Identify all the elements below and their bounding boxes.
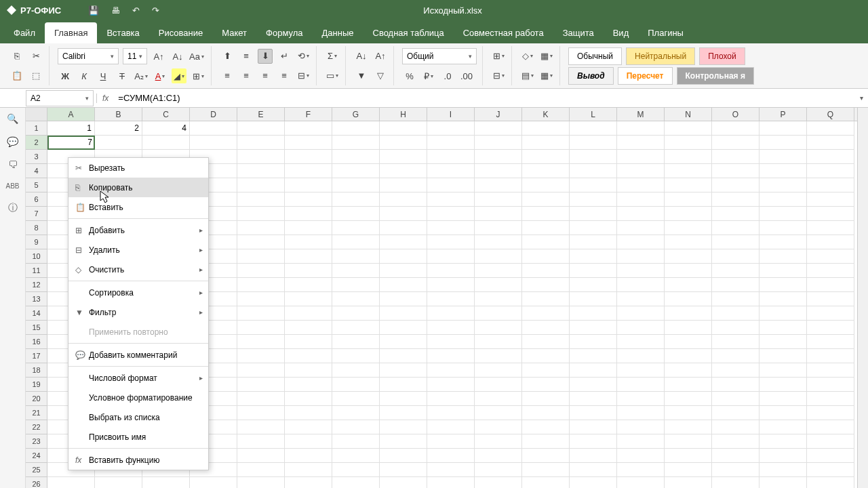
cell[interactable] [617, 449, 665, 463]
cell[interactable] [570, 434, 617, 449]
cell[interactable] [712, 249, 760, 264]
cell[interactable] [427, 221, 475, 235]
cell[interactable] [617, 178, 665, 192]
cell[interactable] [807, 150, 854, 164]
cell[interactable] [570, 278, 617, 292]
cell[interactable] [332, 306, 380, 321]
cell[interactable] [712, 264, 760, 278]
cell[interactable] [427, 321, 475, 335]
cell[interactable] [617, 235, 665, 249]
cell[interactable] [712, 278, 760, 292]
cell[interactable] [760, 121, 807, 136]
cell[interactable] [760, 378, 807, 392]
cell[interactable] [665, 306, 712, 321]
style-output[interactable]: Вывод [568, 67, 614, 85]
cm-func[interactable]: fxВставить функцию [68, 450, 208, 470]
cell[interactable] [617, 249, 665, 264]
cell[interactable] [760, 249, 807, 264]
cell[interactable] [285, 164, 332, 178]
cell[interactable] [190, 477, 237, 488]
insert-cells-icon[interactable]: ⊞▾ [491, 49, 506, 64]
comments-icon[interactable]: 💬 [7, 136, 18, 147]
cell[interactable] [570, 477, 617, 488]
cell[interactable] [522, 449, 570, 463]
cell[interactable] [285, 292, 332, 306]
print-icon[interactable]: 🖶 [111, 5, 120, 16]
cell[interactable] [285, 264, 332, 278]
row-header[interactable]: 4 [26, 164, 47, 178]
cell[interactable] [570, 249, 617, 264]
cell[interactable] [427, 207, 475, 221]
cell[interactable] [760, 335, 807, 349]
cell[interactable] [807, 221, 854, 235]
cell[interactable] [332, 420, 380, 434]
cell[interactable] [570, 178, 617, 192]
cell[interactable] [570, 164, 617, 178]
cell[interactable] [427, 406, 475, 420]
cell[interactable] [760, 349, 807, 363]
cell[interactable] [570, 363, 617, 378]
cell[interactable] [95, 136, 142, 150]
cell[interactable] [807, 178, 854, 192]
cell[interactable] [570, 406, 617, 420]
cell[interactable] [475, 378, 522, 392]
row-header[interactable]: 12 [26, 278, 47, 292]
style-bad[interactable]: Плохой [699, 47, 745, 65]
cell[interactable] [332, 150, 380, 164]
subscript-icon[interactable]: A₂▾ [134, 68, 149, 83]
align-justify-icon[interactable]: ≡ [277, 68, 292, 83]
sum-icon[interactable]: Σ▾ [325, 49, 340, 64]
cell[interactable] [237, 264, 285, 278]
currency-icon[interactable]: ₽▾ [421, 68, 436, 83]
cell[interactable] [522, 363, 570, 378]
style-calc[interactable]: Пересчет [618, 67, 673, 85]
select-all-corner[interactable] [26, 108, 47, 121]
cell[interactable] [427, 121, 475, 136]
cell[interactable] [380, 349, 427, 363]
cell[interactable] [285, 477, 332, 488]
cell[interactable] [475, 449, 522, 463]
cell[interactable] [285, 136, 332, 150]
cell[interactable] [712, 121, 760, 136]
cell[interactable] [285, 378, 332, 392]
cell[interactable] [332, 321, 380, 335]
row-header[interactable]: 17 [26, 349, 47, 363]
cell[interactable] [570, 463, 617, 477]
cell[interactable] [522, 278, 570, 292]
cell[interactable] [570, 449, 617, 463]
cell[interactable] [47, 477, 95, 488]
cell[interactable] [807, 235, 854, 249]
cell[interactable] [617, 349, 665, 363]
cell[interactable] [237, 221, 285, 235]
cell[interactable] [807, 192, 854, 207]
cell[interactable] [807, 434, 854, 449]
cell[interactable] [380, 477, 427, 488]
cell[interactable]: 1 [47, 121, 95, 136]
cell[interactable] [475, 306, 522, 321]
cell[interactable] [285, 335, 332, 349]
cell[interactable] [712, 192, 760, 207]
cell[interactable] [712, 306, 760, 321]
row-header[interactable]: 5 [26, 178, 47, 192]
cell[interactable] [427, 477, 475, 488]
cell[interactable] [617, 477, 665, 488]
cell[interactable] [617, 463, 665, 477]
cell[interactable] [760, 406, 807, 420]
cell[interactable] [237, 235, 285, 249]
cell[interactable] [332, 463, 380, 477]
change-case-icon[interactable]: Aa▾ [189, 49, 204, 64]
wrap-text-icon[interactable]: ↵ [277, 49, 292, 64]
cell[interactable] [475, 221, 522, 235]
cell[interactable] [522, 378, 570, 392]
cell[interactable] [237, 121, 285, 136]
cell[interactable] [427, 449, 475, 463]
cell[interactable] [332, 178, 380, 192]
copy-icon[interactable]: ⎘ [9, 49, 24, 64]
cell[interactable] [760, 235, 807, 249]
cell[interactable] [570, 392, 617, 406]
cell[interactable] [285, 235, 332, 249]
merge-icon[interactable]: ⊟▾ [296, 68, 311, 83]
col-header[interactable]: Q [807, 108, 854, 121]
cell[interactable] [475, 150, 522, 164]
cell[interactable] [617, 192, 665, 207]
